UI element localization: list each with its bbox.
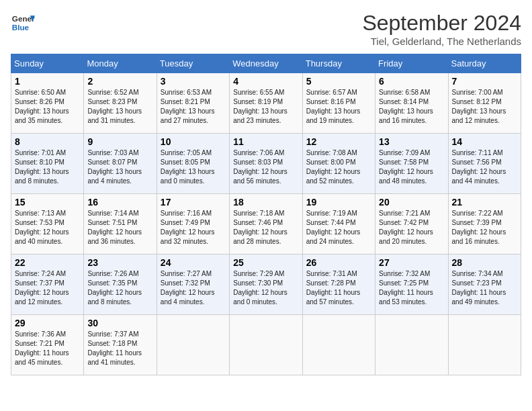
weekday-header-thursday: Thursday (302, 54, 375, 73)
day-info: Sunrise: 7:36 AM Sunset: 7:21 PM Dayligh… (15, 330, 80, 367)
day-info: Sunrise: 7:32 AM Sunset: 7:25 PM Dayligh… (379, 269, 444, 307)
weekday-header-tuesday: Tuesday (157, 54, 229, 73)
calendar-cell: 7Sunrise: 7:00 AM Sunset: 8:12 PM Daylig… (448, 73, 521, 134)
day-info: Sunrise: 7:27 AM Sunset: 7:32 PM Dayligh… (161, 269, 226, 307)
day-info: Sunrise: 6:50 AM Sunset: 8:26 PM Dayligh… (15, 88, 80, 126)
day-number: 27 (379, 257, 444, 268)
calendar-cell: 24Sunrise: 7:27 AM Sunset: 7:32 PM Dayli… (157, 255, 229, 315)
day-info: Sunrise: 7:29 AM Sunset: 7:30 PM Dayligh… (233, 269, 298, 307)
day-info: Sunrise: 7:21 AM Sunset: 7:42 PM Dayligh… (379, 209, 444, 246)
day-number: 16 (87, 197, 152, 208)
calendar-cell: 2Sunrise: 6:52 AM Sunset: 8:23 PM Daylig… (84, 73, 157, 134)
logo: General Blue (11, 11, 35, 35)
day-info: Sunrise: 7:37 AM Sunset: 7:18 PM Dayligh… (87, 330, 152, 367)
calendar-cell (157, 315, 229, 375)
day-info: Sunrise: 7:01 AM Sunset: 8:10 PM Dayligh… (15, 148, 80, 186)
calendar-week-1: 1Sunrise: 6:50 AM Sunset: 8:26 PM Daylig… (11, 73, 521, 134)
calendar-cell: 20Sunrise: 7:21 AM Sunset: 7:42 PM Dayli… (375, 194, 448, 255)
calendar-cell: 1Sunrise: 6:50 AM Sunset: 8:26 PM Daylig… (11, 73, 84, 134)
calendar-table: SundayMondayTuesdayWednesdayThursdayFrid… (11, 54, 521, 375)
calendar-cell: 4Sunrise: 6:55 AM Sunset: 8:19 PM Daylig… (230, 73, 302, 134)
calendar-week-2: 8Sunrise: 7:01 AM Sunset: 8:10 PM Daylig… (11, 134, 521, 194)
title-area: September 2024 Tiel, Gelderland, The Net… (362, 11, 521, 47)
calendar-cell: 10Sunrise: 7:05 AM Sunset: 8:05 PM Dayli… (157, 134, 229, 194)
day-info: Sunrise: 7:18 AM Sunset: 7:46 PM Dayligh… (233, 209, 298, 246)
calendar-cell: 15Sunrise: 7:13 AM Sunset: 7:53 PM Dayli… (11, 194, 84, 255)
calendar-cell: 14Sunrise: 7:11 AM Sunset: 7:56 PM Dayli… (448, 134, 521, 194)
day-info: Sunrise: 6:53 AM Sunset: 8:21 PM Dayligh… (161, 88, 226, 126)
day-info: Sunrise: 6:57 AM Sunset: 8:16 PM Dayligh… (306, 88, 371, 126)
calendar-cell: 18Sunrise: 7:18 AM Sunset: 7:46 PM Dayli… (230, 194, 302, 255)
day-info: Sunrise: 7:06 AM Sunset: 8:03 PM Dayligh… (233, 148, 298, 186)
day-info: Sunrise: 7:11 AM Sunset: 7:56 PM Dayligh… (452, 148, 517, 186)
day-info: Sunrise: 7:24 AM Sunset: 7:37 PM Dayligh… (15, 269, 80, 307)
day-info: Sunrise: 7:00 AM Sunset: 8:12 PM Dayligh… (452, 88, 517, 126)
day-info: Sunrise: 7:08 AM Sunset: 8:00 PM Dayligh… (306, 148, 371, 186)
svg-text:Blue: Blue (12, 23, 30, 32)
subtitle: Tiel, Gelderland, The Netherlands (362, 36, 521, 47)
day-number: 20 (379, 197, 444, 208)
calendar-week-4: 22Sunrise: 7:24 AM Sunset: 7:37 PM Dayli… (11, 255, 521, 315)
day-number: 9 (87, 136, 152, 147)
day-number: 17 (161, 197, 226, 208)
day-number: 2 (87, 76, 152, 87)
day-number: 1 (15, 76, 80, 87)
calendar-cell: 21Sunrise: 7:22 AM Sunset: 7:39 PM Dayli… (448, 194, 521, 255)
day-number: 26 (306, 257, 371, 268)
day-number: 14 (452, 136, 517, 147)
day-info: Sunrise: 6:55 AM Sunset: 8:19 PM Dayligh… (233, 88, 298, 126)
day-number: 5 (306, 76, 371, 87)
calendar-cell: 25Sunrise: 7:29 AM Sunset: 7:30 PM Dayli… (230, 255, 302, 315)
header: General Blue September 2024 Tiel, Gelder… (11, 11, 521, 47)
calendar-cell: 30Sunrise: 7:37 AM Sunset: 7:18 PM Dayli… (84, 315, 157, 375)
calendar-cell: 6Sunrise: 6:58 AM Sunset: 8:14 PM Daylig… (375, 73, 448, 134)
logo-icon: General Blue (11, 11, 35, 35)
day-info: Sunrise: 6:52 AM Sunset: 8:23 PM Dayligh… (87, 88, 152, 126)
day-info: Sunrise: 7:03 AM Sunset: 8:07 PM Dayligh… (87, 148, 152, 186)
calendar-cell: 22Sunrise: 7:24 AM Sunset: 7:37 PM Dayli… (11, 255, 84, 315)
day-number: 21 (452, 197, 517, 208)
calendar-cell: 3Sunrise: 6:53 AM Sunset: 8:21 PM Daylig… (157, 73, 229, 134)
day-number: 15 (15, 197, 80, 208)
weekday-header-saturday: Saturday (448, 54, 521, 73)
day-info: Sunrise: 7:13 AM Sunset: 7:53 PM Dayligh… (15, 209, 80, 246)
calendar-cell: 19Sunrise: 7:19 AM Sunset: 7:44 PM Dayli… (302, 194, 375, 255)
day-info: Sunrise: 7:26 AM Sunset: 7:35 PM Dayligh… (87, 269, 152, 307)
calendar-cell (230, 315, 302, 375)
day-info: Sunrise: 7:05 AM Sunset: 8:05 PM Dayligh… (161, 148, 226, 186)
calendar-cell: 11Sunrise: 7:06 AM Sunset: 8:03 PM Dayli… (230, 134, 302, 194)
day-info: Sunrise: 7:16 AM Sunset: 7:49 PM Dayligh… (161, 209, 226, 246)
day-number: 7 (452, 76, 517, 87)
calendar-cell: 27Sunrise: 7:32 AM Sunset: 7:25 PM Dayli… (375, 255, 448, 315)
calendar-cell (448, 315, 521, 375)
day-info: Sunrise: 7:14 AM Sunset: 7:51 PM Dayligh… (87, 209, 152, 246)
calendar-cell (302, 315, 375, 375)
calendar-week-5: 29Sunrise: 7:36 AM Sunset: 7:21 PM Dayli… (11, 315, 521, 375)
day-number: 29 (15, 318, 80, 328)
day-number: 25 (233, 257, 298, 268)
day-info: Sunrise: 7:19 AM Sunset: 7:44 PM Dayligh… (306, 209, 371, 246)
day-number: 8 (15, 136, 80, 147)
day-number: 30 (87, 318, 152, 328)
day-number: 13 (379, 136, 444, 147)
day-number: 6 (379, 76, 444, 87)
calendar-cell: 28Sunrise: 7:34 AM Sunset: 7:23 PM Dayli… (448, 255, 521, 315)
day-number: 4 (233, 76, 298, 87)
calendar-cell: 13Sunrise: 7:09 AM Sunset: 7:58 PM Dayli… (375, 134, 448, 194)
day-number: 10 (161, 136, 226, 147)
calendar-cell: 12Sunrise: 7:08 AM Sunset: 8:00 PM Dayli… (302, 134, 375, 194)
calendar-cell: 29Sunrise: 7:36 AM Sunset: 7:21 PM Dayli… (11, 315, 84, 375)
calendar-cell: 9Sunrise: 7:03 AM Sunset: 8:07 PM Daylig… (84, 134, 157, 194)
calendar-cell: 16Sunrise: 7:14 AM Sunset: 7:51 PM Dayli… (84, 194, 157, 255)
day-number: 18 (233, 197, 298, 208)
weekday-header-wednesday: Wednesday (230, 54, 302, 73)
day-number: 28 (452, 257, 517, 268)
day-number: 23 (87, 257, 152, 268)
calendar-cell: 5Sunrise: 6:57 AM Sunset: 8:16 PM Daylig… (302, 73, 375, 134)
calendar-cell: 17Sunrise: 7:16 AM Sunset: 7:49 PM Dayli… (157, 194, 229, 255)
calendar-cell: 23Sunrise: 7:26 AM Sunset: 7:35 PM Dayli… (84, 255, 157, 315)
day-number: 19 (306, 197, 371, 208)
day-number: 12 (306, 136, 371, 147)
day-info: Sunrise: 7:09 AM Sunset: 7:58 PM Dayligh… (379, 148, 444, 186)
calendar-week-3: 15Sunrise: 7:13 AM Sunset: 7:53 PM Dayli… (11, 194, 521, 255)
